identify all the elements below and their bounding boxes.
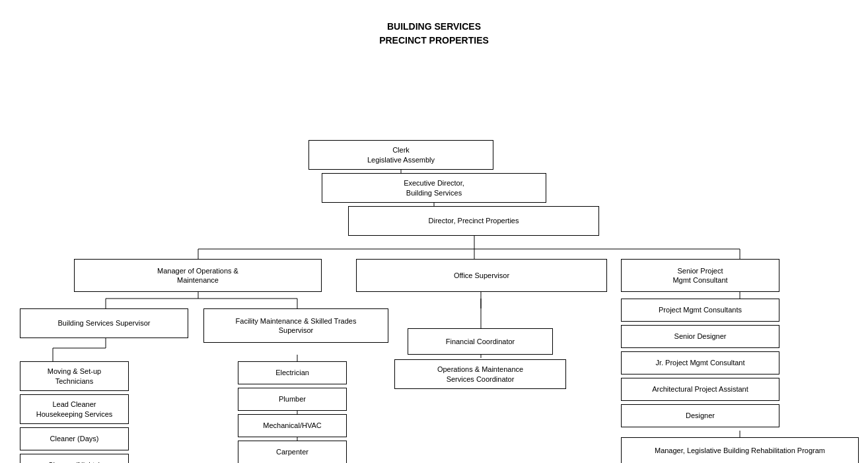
carpenter-box: Carpenter bbox=[238, 441, 347, 463]
manager-rehab-box: Manager, Legislative Building Rehabilita… bbox=[621, 437, 859, 463]
mechanical-hvac-box: Mechanical/HVAC bbox=[238, 414, 347, 437]
manager-ops-box: Manager of Operations &Maintenance bbox=[74, 259, 322, 292]
jr-project-box: Jr. Project Mgmt Consultant bbox=[621, 351, 779, 374]
plumber-box: Plumber bbox=[238, 388, 347, 411]
office-supervisor-box: Office Supervisor bbox=[356, 259, 607, 292]
moving-setup-box: Moving & Set-upTechnicians bbox=[20, 361, 129, 391]
financial-coordinator-box: Financial Coordinator bbox=[408, 328, 553, 355]
facility-maintenance-box: Facility Maintenance & Skilled TradesSup… bbox=[203, 308, 388, 343]
cleaner-nights-box: Cleaner (Nights) bbox=[20, 454, 129, 463]
project-mgmt-box: Project Mgmt Consultants bbox=[621, 299, 779, 322]
senior-designer-box: Senior Designer bbox=[621, 325, 779, 348]
ops-maintenance-coord-box: Operations & MaintenanceServices Coordin… bbox=[394, 359, 566, 389]
director-box: Director, Precinct Properties bbox=[348, 206, 599, 236]
exec-director-box: Executive Director,Building Services bbox=[322, 173, 546, 203]
lead-cleaner-box: Lead CleanerHousekeeping Services bbox=[20, 394, 129, 424]
page-title: BUILDING SERVICES PRECINCT PROPERTIES bbox=[0, 0, 868, 61]
cleaner-days-box: Cleaner (Days) bbox=[20, 427, 129, 450]
arch-project-box: Architectural Project Assistant bbox=[621, 378, 779, 401]
clerk-box: ClerkLegislative Assembly bbox=[308, 140, 493, 170]
building-services-supervisor-box: Building Services Supervisor bbox=[20, 308, 188, 338]
senior-project-box: Senior ProjectMgmt Consultant bbox=[621, 259, 779, 292]
designer-box: Designer bbox=[621, 404, 779, 427]
electrician-box: Electrician bbox=[238, 361, 347, 384]
